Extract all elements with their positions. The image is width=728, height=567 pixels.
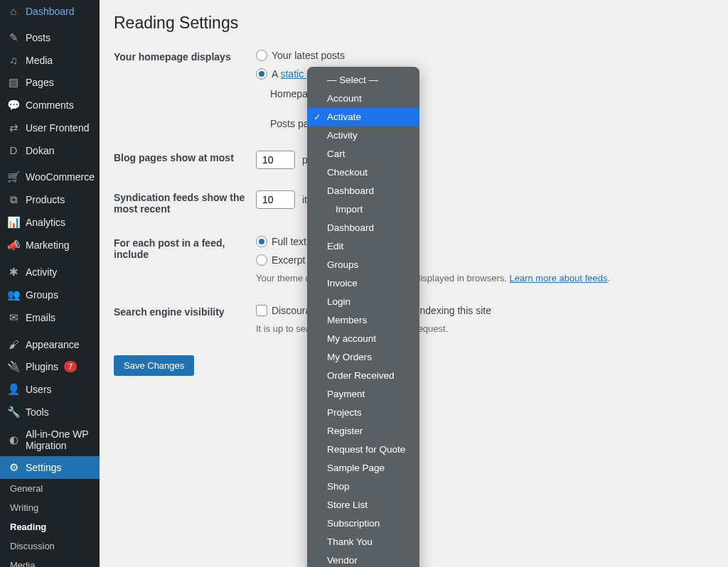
blog-pages-input[interactable]: [256, 151, 295, 169]
sidebar-item-posts[interactable]: ✎Posts: [0, 26, 100, 49]
sidebar-sub-reading[interactable]: Reading: [0, 517, 100, 536]
appearance-icon: 🖌: [7, 338, 20, 350]
sidebar-item-activity[interactable]: ✱Activity: [0, 261, 100, 284]
dropdown-option-account[interactable]: Account: [307, 90, 419, 108]
dropdown-option-dashboard[interactable]: Dashboard: [307, 182, 419, 200]
dokan-icon: D: [7, 144, 20, 156]
sidebar-item-woocommerce[interactable]: 🛒WooCommerce: [0, 166, 100, 188]
posts-icon: ✎: [7, 31, 20, 44]
sidebar-item-user-frontend[interactable]: ⇄User Frontend: [0, 117, 100, 139]
analytics-icon: 📊: [7, 216, 20, 229]
all-in-one-wp-migration-icon: ◐: [7, 433, 20, 446]
dropdown-option-thank-you[interactable]: Thank You: [307, 533, 419, 551]
activity-icon: ✱: [7, 266, 20, 279]
settings-icon: ⚙: [7, 461, 20, 474]
syndication-input[interactable]: [256, 190, 295, 209]
sidebar-item-marketing[interactable]: 📣Marketing: [0, 234, 100, 256]
dropdown-option-shop[interactable]: Shop: [307, 477, 419, 496]
sidebar-item-appearance[interactable]: 🖌Appearance: [0, 333, 100, 355]
sidebar-item-pages[interactable]: ▤Pages: [0, 71, 100, 94]
page-select-dropdown[interactable]: — Select —AccountActivateActivityCartChe…: [307, 67, 419, 567]
dropdown-option-members[interactable]: Members: [307, 311, 419, 330]
syndication-label: Syndication feeds show the most recent: [114, 190, 256, 215]
sidebar-sub-discussion[interactable]: Discussion: [0, 536, 100, 556]
homepage-displays-label: Your homepage displays: [114, 50, 256, 63]
dropdown-option-checkout[interactable]: Checkout: [307, 163, 419, 182]
dropdown-option-import[interactable]: Import: [307, 200, 419, 219]
radio-static-page[interactable]: [256, 68, 267, 80]
feed-include-label: For each post in a feed, include: [114, 236, 256, 260]
sidebar-sub-writing[interactable]: Writing: [0, 498, 100, 517]
dropdown-option-activate[interactable]: Activate: [307, 108, 419, 126]
dropdown-option-dashboard[interactable]: Dashboard: [307, 219, 419, 237]
users-icon: 👤: [7, 383, 20, 396]
radio-full-text[interactable]: [256, 236, 267, 247]
sidebar-item-dashboard[interactable]: ⌂Dashboard: [0, 0, 100, 22]
radio-excerpt-label: Excerpt: [272, 254, 305, 266]
dropdown-option-request-for-quote[interactable]: Request for Quote: [307, 441, 419, 459]
media-icon: ♫: [7, 54, 20, 66]
dropdown-option-my-orders[interactable]: My Orders: [307, 348, 419, 367]
sidebar-item-settings[interactable]: ⚙Settings: [0, 456, 100, 479]
sidebar-item-plugins[interactable]: 🔌Plugins 7: [0, 355, 100, 378]
dropdown-option-store-list[interactable]: Store List: [307, 496, 419, 514]
dropdown-option-projects[interactable]: Projects: [307, 404, 419, 422]
sidebar-item-products[interactable]: ⧉Products: [0, 188, 100, 211]
dropdown-option-activity[interactable]: Activity: [307, 126, 419, 145]
dashboard-icon: ⌂: [7, 5, 20, 17]
dropdown-option-my-account[interactable]: My account: [307, 330, 419, 348]
dropdown-option-subscription[interactable]: Subscription: [307, 514, 419, 533]
dropdown-option-payment[interactable]: Payment: [307, 385, 419, 404]
sidebar-item-groups[interactable]: 👥Groups: [0, 284, 100, 306]
radio-full-text-label: Full text: [272, 236, 306, 247]
update-badge: 7: [64, 361, 77, 372]
emails-icon: ✉: [7, 311, 20, 324]
sidebar-item-analytics[interactable]: 📊Analytics: [0, 211, 100, 234]
dropdown-option-login[interactable]: Login: [307, 293, 419, 311]
sidebar-item-comments[interactable]: 💬Comments: [0, 94, 100, 117]
sidebar-item-media[interactable]: ♫Media: [0, 49, 100, 71]
dropdown-option-groups[interactable]: Groups: [307, 256, 419, 274]
groups-icon: 👥: [7, 288, 20, 301]
save-changes-button[interactable]: Save Changes: [114, 355, 194, 376]
sidebar-item-tools[interactable]: 🔧Tools: [0, 401, 100, 423]
sidebar-item-users[interactable]: 👤Users: [0, 378, 100, 401]
dropdown-option-sample-page[interactable]: Sample Page: [307, 459, 419, 477]
learn-more-feeds-link[interactable]: Learn more about feeds: [509, 273, 607, 284]
sidebar-item-emails[interactable]: ✉Emails: [0, 306, 100, 329]
woocommerce-icon: 🛒: [7, 171, 20, 183]
user-frontend-icon: ⇄: [7, 122, 20, 134]
dropdown-option-vendor-registration[interactable]: Vendor Registration: [307, 551, 419, 567]
radio-latest-posts-label: Your latest posts: [272, 50, 345, 61]
dropdown-option-cart[interactable]: Cart: [307, 145, 419, 163]
page-title: Reading Settings: [114, 7, 714, 36]
pages-icon: ▤: [7, 76, 20, 89]
sidebar-sub-general[interactable]: General: [0, 479, 100, 498]
dropdown-option-order-received[interactable]: Order Received: [307, 367, 419, 385]
tools-icon: 🔧: [7, 406, 20, 418]
dropdown-option-invoice[interactable]: Invoice: [307, 274, 419, 293]
dropdown-option--select-[interactable]: — Select —: [307, 71, 419, 90]
dropdown-option-edit[interactable]: Edit: [307, 237, 419, 256]
radio-latest-posts[interactable]: [256, 50, 267, 61]
marketing-icon: 📣: [7, 239, 20, 252]
radio-excerpt[interactable]: [256, 254, 267, 266]
sidebar-item-dokan[interactable]: DDokan: [0, 139, 100, 161]
plugins-icon: 🔌: [7, 360, 20, 373]
search-visibility-label: Search engine visibility: [114, 305, 256, 318]
admin-sidebar: ⌂Dashboard✎Posts♫Media▤Pages💬Comments⇄Us…: [0, 0, 100, 567]
sidebar-sub-media[interactable]: Media: [0, 556, 100, 567]
sidebar-item-all-in-one-wp-migration[interactable]: ◐All-in-One WP Migration: [0, 423, 100, 456]
comments-icon: 💬: [7, 99, 20, 112]
products-icon: ⧉: [7, 193, 20, 206]
blog-pages-label: Blog pages show at most: [114, 151, 256, 163]
discourage-checkbox[interactable]: [256, 305, 267, 316]
dropdown-option-register[interactable]: Register: [307, 422, 419, 441]
